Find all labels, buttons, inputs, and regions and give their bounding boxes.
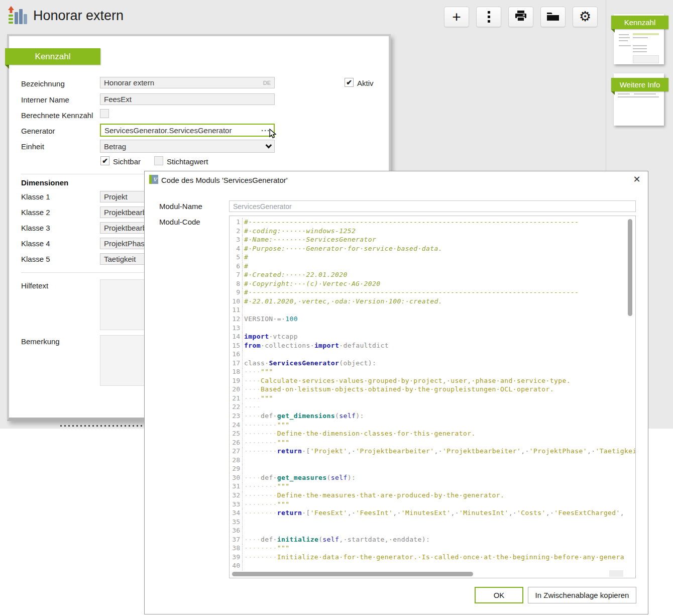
code-editor[interactable]: 1#·-------------------------------------…	[229, 216, 636, 578]
ribbon-fold-decoration	[611, 91, 615, 95]
line-number: 1	[230, 218, 243, 227]
check-icon: ✔	[102, 157, 108, 165]
code-line: 31········"""	[230, 482, 635, 491]
ok-button[interactable]: OK	[475, 587, 523, 603]
line-number: 6	[230, 262, 243, 271]
code-line: 7#·Created:·····22.01.2020	[230, 271, 635, 280]
code-text: ····Calculate·services·values·grouped·by…	[243, 377, 571, 386]
line-number: 30	[230, 474, 243, 483]
line-number: 18	[230, 368, 243, 377]
modul-name-value: ServicesGenerator	[233, 202, 292, 211]
code-text: import·vtcapp	[243, 333, 298, 342]
add-button[interactable]: +	[444, 7, 469, 27]
code-line: 24········"""	[230, 421, 635, 430]
einheit-value: Betrag	[104, 142, 126, 151]
line-number: 34	[230, 509, 243, 518]
code-line: 37····def·initialize(self,·startdate,·en…	[230, 536, 635, 545]
chevron-down-icon	[266, 142, 272, 149]
line-number: 22	[230, 403, 243, 412]
code-text: #·Purpose:·····Generator·for·service·bas…	[243, 245, 442, 254]
folder-button[interactable]	[540, 7, 566, 27]
code-text	[243, 465, 244, 474]
line-number: 36	[230, 527, 243, 536]
code-line: 11	[230, 306, 635, 315]
code-text: ········"""	[243, 439, 290, 448]
code-line: 10#·22.01.2020,·vertec,·oda:·Version·100…	[230, 297, 635, 306]
bezeichnung-label: Bezeichnung	[21, 79, 65, 88]
code-line: 13	[230, 324, 635, 333]
line-number: 9	[230, 288, 243, 297]
klasse-label: Klasse 4	[21, 239, 100, 248]
modul-code-label: Modul-Code	[159, 218, 200, 226]
code-text: #·22.01.2020,·vertec,·oda:·Version·100:·…	[243, 297, 442, 306]
code-line: 17class·ServicesGenerator(object):	[230, 359, 635, 368]
dimensionen-section-title: Dimensionen	[21, 178, 68, 187]
interner-name-input[interactable]: FeesExt	[100, 93, 275, 105]
code-line: 26········"""	[230, 439, 635, 448]
language-badge: DE	[263, 80, 271, 86]
code-line: 38········"""	[230, 544, 635, 553]
code-line: 36	[230, 527, 635, 536]
horizontal-scrollbar[interactable]	[232, 572, 473, 576]
code-text	[243, 518, 244, 527]
code-line: 5#	[230, 253, 635, 262]
klasse-label: Klasse 2	[21, 208, 100, 217]
generator-value: ServicesGenerator.ServicesGenerator	[104, 126, 232, 135]
code-text	[243, 456, 244, 465]
aktiv-checkbox[interactable]: ✔	[345, 78, 354, 87]
code-text	[243, 350, 244, 359]
line-number: 21	[230, 394, 243, 403]
code-line: 29	[230, 465, 635, 474]
berechnete-kennzahl-checkbox[interactable]	[100, 109, 109, 118]
thumbnail-preview-line	[633, 45, 647, 46]
sichtbar-checkbox[interactable]: ✔	[100, 156, 109, 165]
line-number: 16	[230, 350, 243, 359]
code-text	[243, 306, 244, 315]
copy-to-clipboard-button[interactable]: In Zwischenablage kopieren	[528, 587, 636, 603]
line-number: 8	[230, 280, 243, 289]
print-button[interactable]	[508, 7, 533, 27]
klasse-label: Klasse 5	[21, 255, 100, 263]
line-number: 24	[230, 421, 243, 430]
line-number: 11	[230, 306, 243, 315]
bezeichnung-value: Honorar extern	[104, 78, 154, 87]
mouse-cursor	[269, 129, 278, 140]
line-number: 37	[230, 536, 243, 545]
thumbnail-preview-line	[634, 96, 659, 97]
code-text: VERSION·=·100	[243, 315, 298, 324]
settings-button[interactable]: ⚙	[573, 7, 598, 27]
more-button[interactable]	[476, 7, 501, 27]
kebab-menu-icon	[488, 11, 490, 23]
stichtagwert-label: Stichtagwert	[167, 157, 208, 166]
einheit-select[interactable]: Betrag	[100, 140, 275, 153]
thumbnail-preview-line	[633, 48, 647, 49]
code-text: #·--------------------------------------…	[243, 288, 579, 297]
stichtagwert-checkbox[interactable]	[154, 156, 163, 165]
modul-name-input[interactable]: ServicesGenerator	[229, 200, 636, 212]
code-line: 9#·-------------------------------------…	[230, 288, 635, 297]
tab-kennzahl[interactable]: Kennzahl	[5, 48, 100, 65]
close-icon[interactable]: ✕	[632, 174, 642, 184]
einheit-label: Einheit	[21, 142, 44, 151]
code-text: ········Define·the·measures·that·are·pro…	[243, 491, 504, 500]
bezeichnung-input[interactable]: Honorar extern DE	[100, 77, 275, 88]
dialog-title: Code des Moduls 'ServicesGenerator'	[161, 176, 288, 184]
line-number: 28	[230, 456, 243, 465]
line-number: 39	[230, 553, 243, 562]
code-line: 16	[230, 350, 635, 359]
vertical-scrollbar[interactable]	[628, 219, 632, 316]
hilfetext-label: Hilfetext	[21, 281, 48, 290]
code-text: ········Define·the·dimension·classes·for…	[243, 430, 476, 439]
thumbnail-ribbon-weitere-info[interactable]: Weitere Info	[611, 78, 668, 91]
line-number: 29	[230, 465, 243, 474]
generator-input[interactable]: ServicesGenerator.ServicesGenerator ···	[100, 124, 275, 137]
thumbnail-preview-line	[619, 45, 631, 46]
clipped-underlying-text	[60, 425, 144, 427]
thumbnail-preview-line	[634, 93, 656, 94]
thumbnail-ribbon-kennzahl[interactable]: Kennzahl	[611, 16, 668, 29]
code-text: ····"""	[243, 394, 273, 403]
line-number: 2	[230, 227, 243, 236]
code-text: ····def·get_measures(self):	[243, 474, 356, 483]
folder-icon	[546, 11, 559, 23]
line-number: 33	[230, 500, 243, 509]
